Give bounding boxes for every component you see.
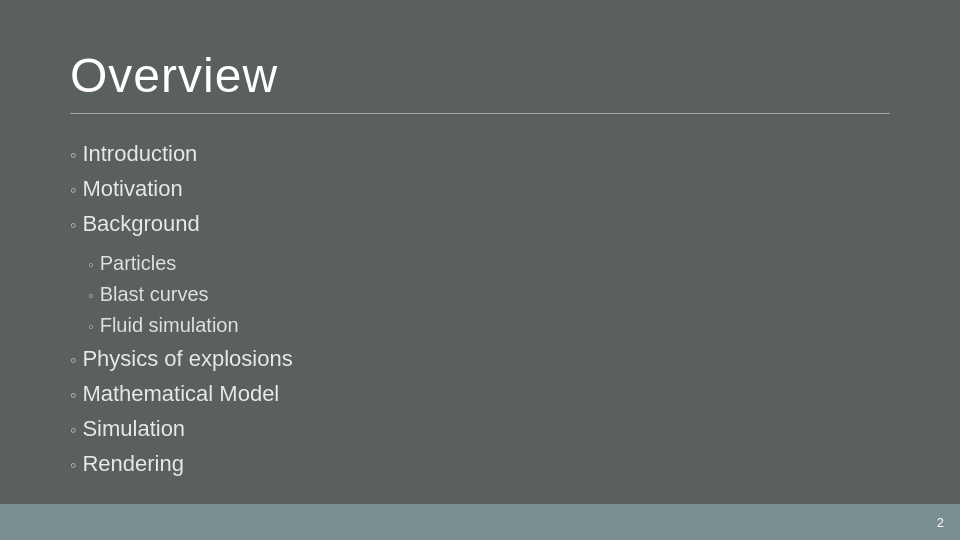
list-item-background: ◦ Background ◦ Particles ◦ Blast curves …	[70, 206, 890, 340]
list-item-label-math-model: Mathematical Model	[82, 376, 279, 411]
bullet-fluid-simulation: ◦	[88, 315, 94, 340]
list-item-label-physics: Physics of explosions	[82, 341, 292, 376]
page-number: 2	[937, 515, 944, 530]
bullet-background: ◦	[70, 211, 76, 240]
slide-main: Overview ◦ Introduction ◦ Motivation ◦ B…	[0, 0, 960, 504]
title-divider	[70, 113, 890, 114]
list-item-label-introduction: Introduction	[82, 136, 197, 171]
slide-container: Overview ◦ Introduction ◦ Motivation ◦ B…	[0, 0, 960, 540]
bullet-rendering: ◦	[70, 451, 76, 480]
list-item-math-model: ◦ Mathematical Model	[70, 376, 890, 411]
list-item-simulation: ◦ Simulation	[70, 411, 890, 446]
list-item-label-rendering: Rendering	[82, 446, 184, 481]
slide-title: Overview	[70, 48, 890, 103]
bullet-physics: ◦	[70, 346, 76, 375]
list-item-rendering: ◦ Rendering	[70, 446, 890, 481]
bullet-simulation: ◦	[70, 416, 76, 445]
list-item-label-blast-curves: Blast curves	[100, 279, 209, 310]
list-item-particles: ◦ Particles	[88, 248, 239, 279]
content-list: ◦ Introduction ◦ Motivation ◦ Background…	[70, 136, 890, 481]
list-item-label-particles: Particles	[100, 248, 177, 279]
list-item-fluid-simulation: ◦ Fluid simulation	[88, 310, 239, 341]
bullet-blast-curves: ◦	[88, 284, 94, 309]
bullet-motivation: ◦	[70, 176, 76, 205]
bullet-particles: ◦	[88, 253, 94, 278]
list-item-label-background: Background	[82, 206, 199, 241]
list-item-label-fluid-simulation: Fluid simulation	[100, 310, 239, 341]
list-item-motivation: ◦ Motivation	[70, 171, 890, 206]
sub-list-background: ◦ Particles ◦ Blast curves ◦ Fluid simul…	[88, 248, 239, 341]
list-item-blast-curves: ◦ Blast curves	[88, 279, 239, 310]
bullet-math-model: ◦	[70, 381, 76, 410]
list-item-label-simulation: Simulation	[82, 411, 185, 446]
slide-footer: 2	[0, 504, 960, 540]
list-item-label-motivation: Motivation	[82, 171, 182, 206]
list-item-introduction: ◦ Introduction	[70, 136, 890, 171]
list-item-physics: ◦ Physics of explosions	[70, 341, 890, 376]
bullet-introduction: ◦	[70, 141, 76, 170]
